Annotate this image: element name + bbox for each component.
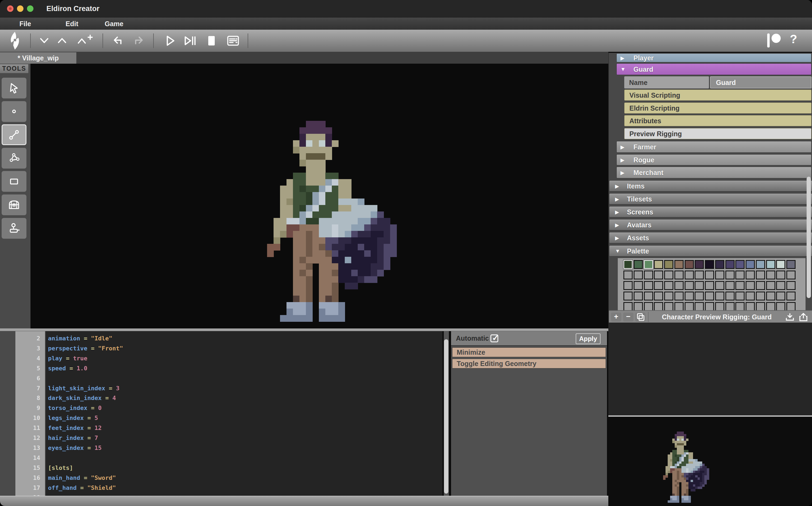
duplicate-icon[interactable] [635, 313, 646, 322]
palette-swatch-empty[interactable] [776, 302, 785, 310]
palette-swatch-empty[interactable] [664, 302, 673, 310]
chevron-up-plus-icon[interactable] [77, 34, 93, 47]
palette-swatch-empty[interactable] [634, 281, 643, 290]
remove-color-button[interactable]: − [623, 313, 633, 322]
palette-swatch-empty[interactable] [705, 281, 714, 290]
palette-swatch-empty[interactable] [735, 291, 745, 301]
palette-swatch-empty[interactable] [644, 281, 653, 290]
palette-swatch[interactable] [654, 260, 663, 269]
chevron-collapsed-icon[interactable]: ▶ [615, 209, 619, 215]
main-canvas[interactable] [30, 64, 608, 329]
tool-button-line[interactable] [2, 124, 26, 145]
palette-swatch-empty[interactable] [746, 291, 755, 301]
palette-swatch-empty[interactable] [735, 302, 745, 310]
palette-swatch-empty[interactable] [786, 270, 796, 279]
palette-swatch-empty[interactable] [654, 270, 663, 279]
palette-swatch-empty[interactable] [756, 302, 765, 310]
apply-button[interactable]: Apply [576, 333, 600, 344]
section-row-items[interactable]: ▶Items [610, 181, 812, 191]
palette-swatch-empty[interactable] [786, 281, 796, 290]
button-eldrin-scripting[interactable]: Eldrin Scripting [624, 102, 811, 113]
console-icon[interactable] [227, 34, 240, 47]
chevron-collapsed-icon[interactable]: ▶ [615, 235, 619, 241]
tool-button-select[interactable] [2, 78, 26, 98]
palette-swatch-empty[interactable] [674, 281, 683, 290]
palette-swatch[interactable] [705, 260, 714, 269]
add-color-button[interactable]: + [611, 313, 621, 322]
palette-swatch-empty[interactable] [715, 281, 724, 290]
palette-swatch[interactable] [735, 260, 745, 269]
palette-swatch[interactable] [695, 260, 704, 269]
palette-swatch-empty[interactable] [664, 281, 673, 290]
chevron-expanded-icon[interactable]: ▼ [615, 248, 620, 254]
palette-swatch-empty[interactable] [756, 270, 765, 279]
zoom-button[interactable] [27, 5, 33, 12]
palette-swatch-empty[interactable] [624, 281, 633, 290]
palette-swatch[interactable] [685, 260, 694, 269]
palette-swatch-empty[interactable] [685, 291, 694, 301]
character-row-merchant[interactable]: ▶Merchant [617, 167, 811, 178]
tool-button-polygon[interactable] [2, 148, 26, 169]
character-row-player[interactable]: ▶Player [617, 54, 811, 62]
palette-swatch-empty[interactable] [624, 302, 633, 310]
palette-swatch-empty[interactable] [644, 302, 653, 310]
share-icon[interactable] [799, 313, 809, 322]
menu-edit[interactable]: Edit [66, 17, 78, 30]
palette-swatch-empty[interactable] [685, 281, 694, 290]
chevron-collapsed-icon[interactable]: ▶ [621, 157, 625, 163]
palette-swatch[interactable] [664, 260, 673, 269]
palette-swatch[interactable] [634, 260, 643, 269]
character-row-rogue[interactable]: ▶Rogue [617, 154, 811, 165]
chevron-collapsed-icon[interactable]: ▶ [615, 183, 619, 189]
tool-button-vertex[interactable] [2, 101, 26, 122]
palette-swatch-empty[interactable] [705, 291, 714, 301]
palette-swatch[interactable] [674, 260, 683, 269]
section-row-palette[interactable]: ▼Palette [610, 246, 812, 256]
horizontal-splitter[interactable] [0, 329, 608, 331]
name-field-input[interactable]: Guard [710, 76, 811, 88]
palette-swatch-empty[interactable] [756, 291, 765, 301]
palette-swatch-empty[interactable] [735, 270, 745, 279]
tool-button-chest[interactable] [2, 194, 26, 215]
palette-swatch-empty[interactable] [674, 270, 683, 279]
palette-swatch-empty[interactable] [715, 291, 724, 301]
palette-swatch-empty[interactable] [786, 291, 796, 301]
palette-swatch-empty[interactable] [624, 270, 633, 279]
download-icon[interactable] [785, 313, 796, 322]
palette-swatch-empty[interactable] [776, 291, 785, 301]
palette-swatch-empty[interactable] [685, 302, 694, 310]
minimize-button-panel[interactable]: Minimize [452, 347, 606, 357]
palette-swatch-empty[interactable] [664, 291, 673, 301]
palette-swatch-empty[interactable] [695, 281, 704, 290]
palette-swatch[interactable] [715, 260, 724, 269]
palette-swatch-empty[interactable] [634, 291, 643, 301]
chevron-expanded-icon[interactable]: ▼ [621, 66, 626, 72]
palette-swatch-empty[interactable] [664, 270, 673, 279]
palette-swatch-empty[interactable] [766, 291, 775, 301]
palette-swatch-empty[interactable] [695, 270, 704, 279]
section-row-screens[interactable]: ▶Screens [610, 206, 812, 218]
chevron-collapsed-icon[interactable]: ▶ [615, 196, 619, 202]
palette-swatch-empty[interactable] [766, 281, 775, 290]
menu-file[interactable]: File [19, 17, 31, 30]
palette-swatch-empty[interactable] [685, 270, 694, 279]
palette-swatch-empty[interactable] [776, 270, 785, 279]
chevron-collapsed-icon[interactable]: ▶ [621, 55, 625, 61]
chevron-down-icon[interactable] [38, 34, 51, 47]
redo-icon[interactable] [133, 34, 146, 47]
palette-swatch-empty[interactable] [654, 302, 663, 310]
editor-scrollbar[interactable] [444, 331, 449, 496]
play-pause-icon[interactable] [183, 34, 196, 47]
chevron-up-icon[interactable] [56, 34, 69, 47]
undo-icon[interactable] [111, 34, 124, 47]
palette-swatch-empty[interactable] [634, 270, 643, 279]
button-visual-scripting[interactable]: Visual Scripting [624, 90, 811, 101]
palette-swatch-empty[interactable] [766, 302, 775, 310]
chevron-collapsed-icon[interactable]: ▶ [621, 169, 625, 176]
palette-swatch-empty[interactable] [695, 302, 704, 310]
menu-game[interactable]: Game [105, 17, 123, 30]
tool-button-rect[interactable] [2, 171, 26, 192]
palette-swatch-empty[interactable] [715, 302, 724, 310]
close-button[interactable] [7, 5, 13, 12]
palette-swatch[interactable] [776, 260, 785, 269]
